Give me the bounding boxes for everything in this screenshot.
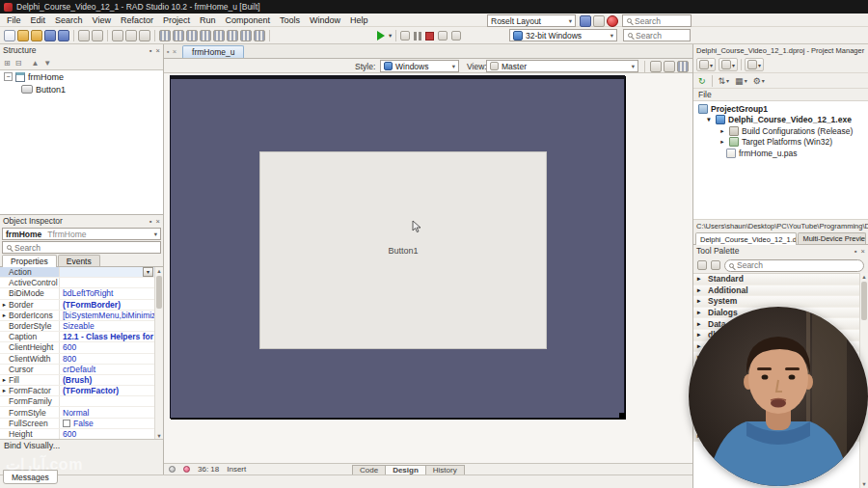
property-row[interactable]: ▸ Caption 12.1 - Class Helpers for Varia… bbox=[0, 332, 154, 342]
toolbar-icon[interactable] bbox=[269, 30, 270, 41]
align-left-icon[interactable] bbox=[159, 30, 171, 41]
menu-item[interactable]: Search bbox=[50, 14, 88, 26]
expand-icon[interactable]: ▸ bbox=[0, 376, 9, 384]
expand-icon[interactable]: ▸ bbox=[697, 309, 704, 316]
menu-item[interactable]: Project bbox=[158, 14, 195, 26]
expand-icon[interactable]: ▸ bbox=[697, 297, 704, 305]
refresh-icon[interactable]: ↻ ▾ bbox=[698, 76, 706, 86]
customize-palette-icon[interactable] bbox=[697, 260, 707, 270]
scroll-up-icon[interactable]: ▲ bbox=[860, 274, 868, 280]
bind-visually-link[interactable]: Bind Visually... bbox=[0, 439, 163, 451]
open-project-icon[interactable] bbox=[31, 30, 42, 41]
run-dropdown-icon[interactable]: ▾ bbox=[389, 32, 392, 40]
inspector-scrollbar[interactable]: ▲ ▼ bbox=[154, 267, 163, 440]
run-button[interactable] bbox=[377, 31, 385, 41]
pm-tool-icon[interactable]: ▾ bbox=[712, 75, 713, 87]
collapse-all-icon[interactable]: ⊟ bbox=[15, 59, 22, 68]
project-tree-item[interactable]: ▸ ▾ frmHome_u.pas bbox=[693, 148, 868, 159]
property-search-box[interactable] bbox=[2, 241, 161, 254]
tab-order-icon[interactable] bbox=[240, 30, 252, 41]
add-project-button[interactable]: ▾ bbox=[696, 58, 716, 71]
menu-item[interactable]: Refactor bbox=[116, 14, 158, 26]
structure-node-button[interactable]: Button1 bbox=[0, 83, 163, 95]
property-row[interactable]: ▸ Action ▾ bbox=[0, 267, 154, 278]
designed-form[interactable]: Button1 bbox=[170, 75, 625, 419]
project-tree-item[interactable]: ▸ ▾ Delphi_Course_Video_12_1.exe bbox=[693, 115, 868, 126]
group-by-icon[interactable]: ▦ ▾ bbox=[735, 76, 747, 86]
step-over-icon[interactable] bbox=[438, 31, 448, 41]
sort-by-icon[interactable]: ⇅ ▾ bbox=[719, 76, 730, 86]
open-file-icon[interactable] bbox=[17, 30, 29, 41]
toolbar-icon[interactable] bbox=[154, 30, 155, 41]
menu-item[interactable]: Tools bbox=[275, 14, 305, 26]
close-icon[interactable]: × bbox=[156, 46, 160, 55]
target-platform-combo[interactable]: 32-bit Windows ▾ bbox=[509, 29, 617, 41]
expand-icon[interactable]: ▸ bbox=[719, 138, 726, 146]
style-combo[interactable]: Windows ▾ bbox=[380, 60, 459, 72]
remove-project-button[interactable]: ▾ bbox=[719, 58, 738, 71]
expand-icon[interactable]: ▸ bbox=[0, 387, 9, 394]
scrollbar-thumb[interactable] bbox=[156, 276, 162, 309]
dropdown-button[interactable]: ▾ bbox=[143, 267, 153, 277]
tab-multi-device-preview[interactable]: Multi-Device Preview bbox=[798, 232, 866, 244]
menu-item[interactable]: Component bbox=[220, 14, 275, 26]
add-file-icon[interactable] bbox=[78, 30, 90, 41]
expand-icon[interactable]: ▸ bbox=[0, 312, 9, 319]
checkbox[interactable] bbox=[63, 420, 70, 427]
search-input[interactable] bbox=[635, 16, 687, 26]
pin-icon[interactable]: ▪ bbox=[854, 247, 857, 256]
document-tab-frmhome[interactable]: frmHome_u bbox=[182, 45, 244, 58]
move-down-icon[interactable]: ▼ bbox=[43, 59, 51, 68]
pause-button[interactable] bbox=[414, 32, 421, 41]
property-row[interactable]: ▸ FormFactor (TFormFactor) ▾ bbox=[0, 386, 154, 396]
tab-properties[interactable]: Properties bbox=[2, 255, 57, 267]
palette-search-input[interactable] bbox=[737, 260, 859, 270]
property-search-input[interactable] bbox=[14, 243, 156, 253]
tab-list-icon[interactable]: ▪ bbox=[167, 47, 170, 56]
rotate-device-icon[interactable] bbox=[664, 61, 675, 72]
menu-item[interactable]: Window bbox=[305, 14, 345, 26]
tab-code[interactable]: Code bbox=[352, 465, 386, 475]
activate-project-button[interactable]: ▾ bbox=[745, 58, 764, 71]
status-record-icon[interactable] bbox=[183, 466, 190, 473]
close-tab-icon[interactable]: × bbox=[173, 47, 176, 56]
align-center-icon[interactable] bbox=[186, 30, 198, 41]
save-all-icon[interactable] bbox=[58, 30, 69, 41]
object-selector-combo[interactable]: frmHome TfrmHome ▾ bbox=[2, 228, 161, 240]
toolbar-search-box[interactable] bbox=[623, 29, 691, 41]
menu-item[interactable]: Help bbox=[345, 14, 373, 26]
trace-into-icon[interactable] bbox=[451, 31, 461, 41]
toolbar-search-input[interactable] bbox=[636, 31, 686, 41]
toolbar-icon[interactable] bbox=[107, 30, 108, 41]
scroll-down-icon[interactable]: ▼ bbox=[860, 481, 868, 487]
menu-item[interactable]: View bbox=[88, 14, 116, 26]
set-debug-desktop-icon[interactable] bbox=[593, 15, 605, 27]
tab-design[interactable]: Design bbox=[385, 465, 426, 475]
structure-node-form[interactable]: − frmHome bbox=[0, 70, 163, 83]
project-tree-item[interactable]: ▸ ▾ Build Configurations (Release) bbox=[693, 125, 868, 137]
menu-item[interactable]: Edit bbox=[26, 14, 51, 26]
expand-icon[interactable]: ▸ bbox=[0, 301, 9, 309]
pin-icon[interactable]: ▪ bbox=[149, 46, 152, 55]
size-controls-icon[interactable] bbox=[213, 30, 225, 41]
property-row[interactable]: ▸ Border (TFormBorder) ▾ bbox=[0, 300, 154, 311]
view-combo[interactable]: Master ▾ bbox=[486, 60, 638, 72]
collapse-icon[interactable]: − bbox=[4, 72, 13, 81]
remove-file-icon[interactable] bbox=[92, 30, 103, 41]
property-row[interactable]: ▸ Fill (Brush) ▾ bbox=[0, 375, 154, 386]
scrollbar-thumb[interactable] bbox=[861, 282, 867, 320]
menu-item[interactable]: File bbox=[2, 14, 26, 26]
save-icon[interactable] bbox=[44, 30, 56, 41]
creation-order-icon[interactable] bbox=[254, 30, 265, 41]
desktop-layout-combo[interactable]: Roselt Layout ▾ bbox=[487, 14, 576, 27]
zoom-designer-icon[interactable] bbox=[677, 61, 689, 72]
property-row[interactable]: ▸ FormFamily ▾ bbox=[0, 396, 154, 407]
new-items-icon[interactable] bbox=[4, 30, 15, 41]
collapse-icon[interactable]: ▾ bbox=[705, 116, 713, 123]
project-tree-item[interactable]: ▸ ▾ Target Platforms (Win32) bbox=[693, 137, 868, 149]
property-row[interactable]: ▸ FormStyle Normal ▾ bbox=[0, 407, 154, 418]
project-tree-item[interactable]: ▸ ▾ ProjectGroup1 bbox=[693, 103, 868, 115]
close-icon[interactable]: × bbox=[861, 247, 865, 256]
property-row[interactable]: ▸ ClientHeight 600 ▾ bbox=[0, 342, 154, 353]
form-resize-grip[interactable] bbox=[619, 413, 625, 419]
